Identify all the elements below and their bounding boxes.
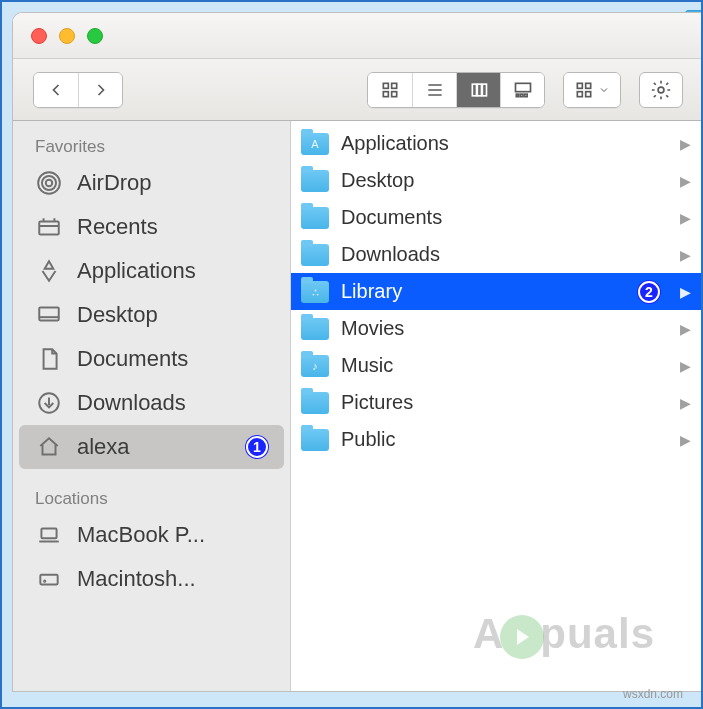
sidebar-item-macintosh-hd[interactable]: Macintosh... <box>13 557 290 601</box>
sidebar-item-label: MacBook P... <box>77 522 274 548</box>
icon-view-button[interactable] <box>368 73 412 107</box>
documents-icon <box>35 345 63 373</box>
applications-icon <box>35 257 63 285</box>
folder-item[interactable]: Movies▶ <box>291 310 703 347</box>
svg-rect-7 <box>472 84 476 96</box>
svg-rect-16 <box>577 91 582 96</box>
sidebar-item-label: Recents <box>77 214 274 240</box>
chevron-right-icon: ▶ <box>680 395 691 411</box>
close-button[interactable] <box>31 28 47 44</box>
svg-rect-8 <box>477 84 481 96</box>
credit-text: wsxdn.com <box>623 687 683 701</box>
group-by-button[interactable] <box>564 73 620 107</box>
sidebar-item-recents[interactable]: Recents <box>13 205 290 249</box>
chevron-right-icon: ▶ <box>680 136 691 152</box>
svg-point-18 <box>658 87 664 93</box>
svg-rect-26 <box>39 307 59 320</box>
toolbar <box>13 59 703 121</box>
sidebar-section-header: Favorites <box>13 131 290 161</box>
sidebar-item-desktop[interactable]: Desktop <box>13 293 290 337</box>
chevron-right-icon: ▶ <box>680 321 691 337</box>
svg-rect-14 <box>577 83 582 88</box>
gallery-view-button[interactable] <box>500 73 544 107</box>
sidebar-item-documents[interactable]: Documents <box>13 337 290 381</box>
annotation-badge: 2 <box>638 281 660 303</box>
folder-label: Public <box>341 428 664 451</box>
chevron-right-icon: ▶ <box>680 173 691 189</box>
svg-rect-0 <box>383 83 388 88</box>
sidebar-item-home[interactable]: alexa 1 <box>19 425 284 469</box>
folder-icon: ⛬ <box>301 281 329 303</box>
sidebar-item-label: Downloads <box>77 390 274 416</box>
folder-label: Library <box>341 280 626 303</box>
sidebar-item-label: Documents <box>77 346 274 372</box>
finder-window: Favorites AirDrop Recents Applications D… <box>12 12 703 692</box>
column-view-button[interactable] <box>456 73 500 107</box>
grid-icon <box>574 80 594 100</box>
maximize-button[interactable] <box>87 28 103 44</box>
folder-label: Applications <box>341 132 664 155</box>
chevron-right-icon: ▶ <box>680 358 691 374</box>
folder-icon <box>301 207 329 229</box>
sidebar-item-label: AirDrop <box>77 170 274 196</box>
chevron-right-icon: ▶ <box>680 247 691 263</box>
folder-item[interactable]: Pictures▶ <box>291 384 703 421</box>
sidebar-item-applications[interactable]: Applications <box>13 249 290 293</box>
folder-item[interactable]: ♪Music▶ <box>291 347 703 384</box>
svg-rect-32 <box>40 575 57 585</box>
chevron-right-icon: ▶ <box>680 210 691 226</box>
svg-rect-1 <box>392 83 397 88</box>
svg-rect-3 <box>392 91 397 96</box>
sidebar-item-label: alexa <box>77 434 232 460</box>
folder-icon <box>301 244 329 266</box>
nav-segment <box>33 72 123 108</box>
svg-rect-12 <box>520 94 523 97</box>
minimize-button[interactable] <box>59 28 75 44</box>
forward-button[interactable] <box>78 73 122 107</box>
folder-label: Music <box>341 354 664 377</box>
folder-label: Desktop <box>341 169 664 192</box>
titlebar[interactable] <box>13 13 703 59</box>
svg-rect-15 <box>586 83 591 88</box>
list-view-button[interactable] <box>412 73 456 107</box>
folder-item[interactable]: Public▶ <box>291 421 703 458</box>
svg-rect-30 <box>41 529 56 539</box>
folder-item[interactable]: Documents▶ <box>291 199 703 236</box>
annotation-badge: 1 <box>246 436 268 458</box>
laptop-icon <box>35 521 63 549</box>
folder-icon: ♪ <box>301 355 329 377</box>
sidebar-item-label: Desktop <box>77 302 274 328</box>
back-button[interactable] <box>34 73 78 107</box>
sidebar-item-airdrop[interactable]: AirDrop <box>13 161 290 205</box>
sidebar-item-macbook[interactable]: MacBook P... <box>13 513 290 557</box>
column-view-list: AApplications▶Desktop▶Documents▶Download… <box>291 121 703 691</box>
action-button[interactable] <box>639 72 683 108</box>
home-icon <box>35 433 63 461</box>
svg-rect-11 <box>516 94 519 97</box>
svg-rect-17 <box>586 91 591 96</box>
folder-icon <box>301 429 329 451</box>
folder-label: Movies <box>341 317 664 340</box>
disk-icon <box>35 565 63 593</box>
sidebar: Favorites AirDrop Recents Applications D… <box>13 121 291 691</box>
svg-rect-2 <box>383 91 388 96</box>
downloads-icon <box>35 389 63 417</box>
svg-rect-10 <box>515 83 530 91</box>
folder-icon <box>301 170 329 192</box>
svg-rect-22 <box>39 222 59 235</box>
sidebar-item-label: Applications <box>77 258 274 284</box>
chevron-down-icon <box>598 84 610 96</box>
folder-item[interactable]: AApplications▶ <box>291 125 703 162</box>
group-by-segment <box>563 72 621 108</box>
svg-point-20 <box>42 176 56 190</box>
sidebar-item-downloads[interactable]: Downloads <box>13 381 290 425</box>
gear-icon <box>650 79 672 101</box>
folder-item[interactable]: Downloads▶ <box>291 236 703 273</box>
folder-item[interactable]: Desktop▶ <box>291 162 703 199</box>
sidebar-section-header: Locations <box>13 483 290 513</box>
folder-item[interactable]: ⛬Library2▶ <box>291 273 703 310</box>
svg-rect-13 <box>524 94 527 97</box>
sidebar-item-label: Macintosh... <box>77 566 274 592</box>
folder-label: Documents <box>341 206 664 229</box>
folder-icon <box>301 318 329 340</box>
